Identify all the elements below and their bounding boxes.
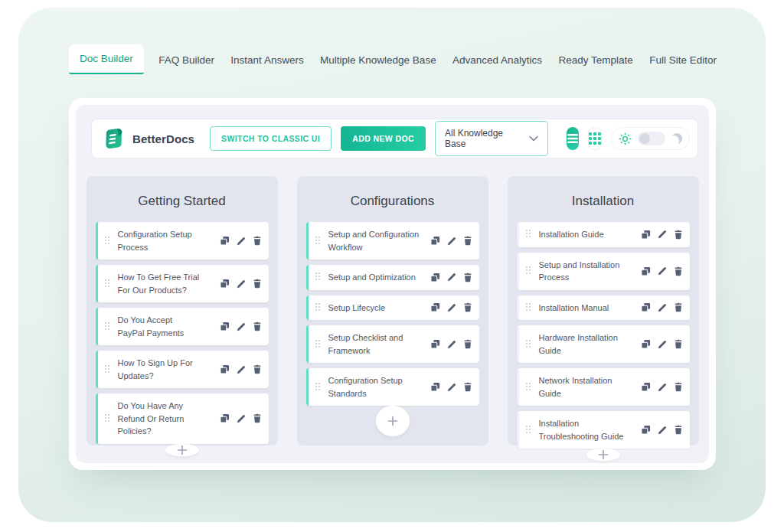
pencil-icon[interactable] xyxy=(237,237,246,246)
add-new-doc-button[interactable]: ADD NEW DOC xyxy=(341,126,426,151)
copy-icon[interactable] xyxy=(220,364,230,374)
doc-card[interactable]: Configuration Setup Process xyxy=(96,222,269,259)
drag-handle-icon[interactable] xyxy=(105,365,111,374)
theme-toggle[interactable] xyxy=(611,127,690,150)
pencil-icon[interactable] xyxy=(658,230,667,239)
trash-icon[interactable] xyxy=(674,302,683,312)
trash-icon[interactable] xyxy=(674,266,683,276)
tab-multiple-knowledge-base[interactable]: Multiple Knowledge Base xyxy=(318,46,438,74)
pencil-icon[interactable] xyxy=(447,237,456,246)
add-doc-button[interactable] xyxy=(586,449,620,461)
copy-icon[interactable] xyxy=(641,266,651,276)
pencil-icon[interactable] xyxy=(658,383,667,392)
trash-icon[interactable] xyxy=(674,339,683,349)
copy-icon[interactable] xyxy=(641,339,651,349)
doc-card[interactable]: Installation Guide xyxy=(517,222,690,247)
copy-icon[interactable] xyxy=(220,236,230,246)
doc-actions xyxy=(430,339,472,349)
pencil-icon[interactable] xyxy=(447,340,456,349)
copy-icon[interactable] xyxy=(430,273,440,282)
theme-switch[interactable] xyxy=(638,132,665,145)
pencil-icon[interactable] xyxy=(237,365,246,374)
trash-icon[interactable] xyxy=(463,236,472,246)
pencil-icon[interactable] xyxy=(658,340,667,349)
pencil-icon[interactable] xyxy=(237,279,246,289)
list-view-button[interactable] xyxy=(567,127,579,150)
pencil-icon[interactable] xyxy=(658,266,667,276)
trash-icon[interactable] xyxy=(674,230,683,240)
copy-icon[interactable] xyxy=(641,230,651,240)
doc-card[interactable]: Setup and Optimization xyxy=(306,265,479,290)
doc-actions xyxy=(641,302,683,312)
copy-icon[interactable] xyxy=(430,382,440,392)
drag-handle-icon[interactable] xyxy=(526,340,532,349)
tab-instant-answers[interactable]: Instant Answers xyxy=(229,46,305,74)
drag-handle-icon[interactable] xyxy=(105,237,111,246)
doc-card[interactable]: Setup Lifecycle xyxy=(306,295,479,321)
copy-icon[interactable] xyxy=(430,302,440,312)
trash-icon[interactable] xyxy=(253,413,262,423)
copy-icon[interactable] xyxy=(641,302,651,312)
trash-icon[interactable] xyxy=(463,339,472,349)
drag-handle-icon[interactable] xyxy=(315,340,322,349)
drag-handle-icon[interactable] xyxy=(526,383,532,392)
add-doc-button[interactable] xyxy=(376,406,410,436)
trash-icon[interactable] xyxy=(253,321,262,331)
trash-icon[interactable] xyxy=(253,236,262,246)
pencil-icon[interactable] xyxy=(237,414,246,423)
pencil-icon[interactable] xyxy=(447,273,456,282)
trash-icon[interactable] xyxy=(463,382,472,392)
doc-card[interactable]: How To Sign Up For Updates? xyxy=(96,351,269,388)
doc-card[interactable]: Do You Have Any Refund Or Return Policie… xyxy=(96,393,269,444)
drag-handle-icon[interactable] xyxy=(105,322,111,331)
pencil-icon[interactable] xyxy=(658,426,667,435)
drag-handle-icon[interactable] xyxy=(105,279,111,289)
drag-handle-icon[interactable] xyxy=(315,303,322,312)
doc-card[interactable]: Setup and Installation Process xyxy=(517,253,690,290)
knowledge-base-select[interactable]: All Knowledge Base xyxy=(435,121,548,156)
drag-handle-icon[interactable] xyxy=(526,266,532,276)
drag-handle-icon[interactable] xyxy=(526,426,532,435)
doc-card[interactable]: Configuration Setup Standards xyxy=(306,368,479,406)
trash-icon[interactable] xyxy=(463,302,472,312)
add-doc-button[interactable] xyxy=(165,444,199,456)
copy-icon[interactable] xyxy=(430,339,440,349)
copy-icon[interactable] xyxy=(220,413,230,423)
doc-card[interactable]: Setup and Configuration Workflow xyxy=(306,222,479,259)
drag-handle-icon[interactable] xyxy=(315,237,322,246)
copy-icon[interactable] xyxy=(641,382,651,392)
drag-handle-icon[interactable] xyxy=(526,303,532,312)
trash-icon[interactable] xyxy=(674,382,683,392)
tab-faq-builder[interactable]: FAQ Builder xyxy=(157,46,216,74)
tab-ready-template[interactable]: Ready Template xyxy=(557,46,635,74)
doc-card[interactable]: Installation Troubleshooting Guide xyxy=(517,411,690,449)
trash-icon[interactable] xyxy=(463,273,472,282)
doc-card[interactable]: Installation Manual xyxy=(517,295,690,321)
tab-doc-builder[interactable]: Doc Builder xyxy=(69,44,144,74)
drag-handle-icon[interactable] xyxy=(315,383,322,392)
doc-actions xyxy=(641,425,683,435)
grid-view-button[interactable] xyxy=(588,127,602,150)
pencil-icon[interactable] xyxy=(658,303,667,312)
doc-card[interactable]: Hardware Installation Guide xyxy=(517,325,690,363)
trash-icon[interactable] xyxy=(253,364,262,374)
drag-handle-icon[interactable] xyxy=(105,414,111,423)
switch-classic-ui-button[interactable]: SWITCH TO CLASSIC UI xyxy=(210,126,332,151)
trash-icon[interactable] xyxy=(253,279,262,289)
doc-card[interactable]: Setup Checklist and Framework xyxy=(306,325,479,363)
copy-icon[interactable] xyxy=(220,321,230,331)
drag-handle-icon[interactable] xyxy=(315,273,322,282)
tab-advanced-analytics[interactable]: Advanced Analytics xyxy=(451,46,544,74)
copy-icon[interactable] xyxy=(641,425,651,435)
trash-icon[interactable] xyxy=(674,425,683,435)
pencil-icon[interactable] xyxy=(447,383,456,392)
pencil-icon[interactable] xyxy=(447,303,456,312)
pencil-icon[interactable] xyxy=(237,322,246,331)
copy-icon[interactable] xyxy=(430,236,440,246)
doc-card[interactable]: How To Get Free Trial For Our Products? xyxy=(96,265,269,302)
tab-full-site-editor[interactable]: Full Site Editor xyxy=(648,46,718,74)
drag-handle-icon[interactable] xyxy=(526,230,532,239)
copy-icon[interactable] xyxy=(220,279,230,289)
doc-card[interactable]: Network Installation Guide xyxy=(517,368,690,406)
doc-card[interactable]: Do You Accept PayPal Payments xyxy=(96,308,269,345)
